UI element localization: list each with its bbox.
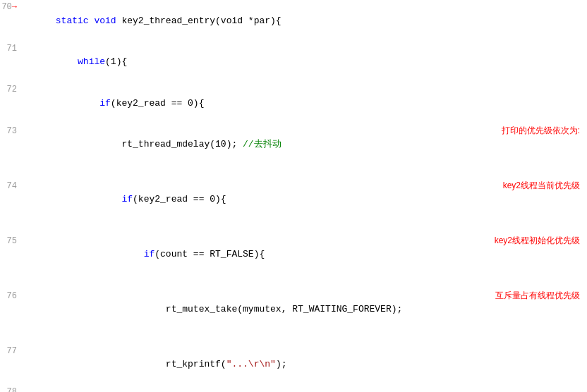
code-text	[56, 98, 99, 109]
line-number: 75	[0, 235, 23, 247]
table-row: 73 rt_thread_mdelay(10); //去抖动 打印的优先级依次为…	[0, 124, 587, 179]
code-text: rt_mutex_take(mymutex, RT_WAITING_FOREVE…	[56, 304, 402, 314]
code-text: );	[276, 359, 287, 369]
line-content: rt_thread_mdelay(10); //去抖动 打印的优先级依次为:	[23, 124, 587, 179]
line-content: if(key2_read == 0){ key2线程当前优先级	[23, 179, 587, 234]
keyword: while	[78, 56, 105, 67]
table-row: 75 if(count == RT_FALSE){ key2线程初始化优先级	[0, 234, 587, 289]
code-text: (count == RT_FALSE){	[155, 249, 265, 259]
line-number: 74	[0, 180, 23, 192]
line-content: rt_mutex_take(mymutex, RT_WAITING_FOREVE…	[23, 289, 587, 344]
code-text: rt_kprintf(	[56, 359, 226, 369]
line-content: rt_kprintf("...\r\n");	[23, 344, 587, 386]
table-row: 72 if(key2_read == 0){	[0, 82, 587, 124]
table-row: 70→ static void key2_thread_entry(void *…	[0, 0, 587, 42]
code-text	[56, 249, 144, 259]
table-row: 74 if(key2_read == 0){ key2线程当前优先级	[0, 179, 587, 234]
line-number: 72	[0, 83, 23, 96]
line-number: 76	[0, 290, 23, 302]
keyword: static void	[56, 16, 122, 26]
keyword: if	[144, 249, 155, 259]
line-number: 71	[0, 42, 23, 55]
line-number: 78	[0, 386, 23, 392]
side-comment: key2线程当前优先级	[503, 179, 580, 192]
line-number: 70→	[0, 1, 23, 13]
keyword: if	[121, 194, 133, 204]
code-text	[56, 194, 122, 204]
side-comment: 打印的优先级依次为:	[502, 124, 580, 137]
line-number: 77	[0, 345, 23, 357]
line-content: if(count == RT_FALSE){ key2线程初始化优先级	[23, 234, 587, 289]
side-comment: 互斥量占有线程优先级	[495, 289, 580, 302]
line-content: rt_kprintf("key2 take mymutex...\r\n");	[23, 385, 587, 392]
code-text: (key2_read == 0){	[133, 194, 226, 204]
code-text: rt_thread_mdelay(10);	[56, 139, 243, 149]
line-content: static void key2_thread_entry(void *par)…	[23, 0, 587, 42]
line-number: 73	[0, 125, 23, 137]
side-comment: key2线程初始化优先级	[495, 234, 580, 247]
code-editor: 70→ static void key2_thread_entry(void *…	[0, 0, 587, 392]
table-row: 78 rt_kprintf("key2 take mymutex...\r\n"…	[0, 385, 587, 392]
table-row: 71 while(1){	[0, 42, 587, 83]
table-row: 76 rt_mutex_take(mymutex, RT_WAITING_FOR…	[0, 289, 587, 344]
line-content: while(1){	[23, 42, 587, 83]
table-row: 77 rt_kprintf("...\r\n");	[0, 344, 587, 386]
comment-text: //去抖动	[243, 139, 282, 149]
code-text: key2_thread_entry(void *par){	[121, 16, 281, 26]
code-text: (1){	[105, 56, 127, 67]
code-text	[56, 56, 78, 67]
line-content: if(key2_read == 0){	[23, 82, 587, 124]
string-text: "...\r\n"	[226, 359, 276, 369]
keyword: if	[99, 98, 111, 109]
code-text: (key2_read == 0){	[111, 98, 205, 109]
